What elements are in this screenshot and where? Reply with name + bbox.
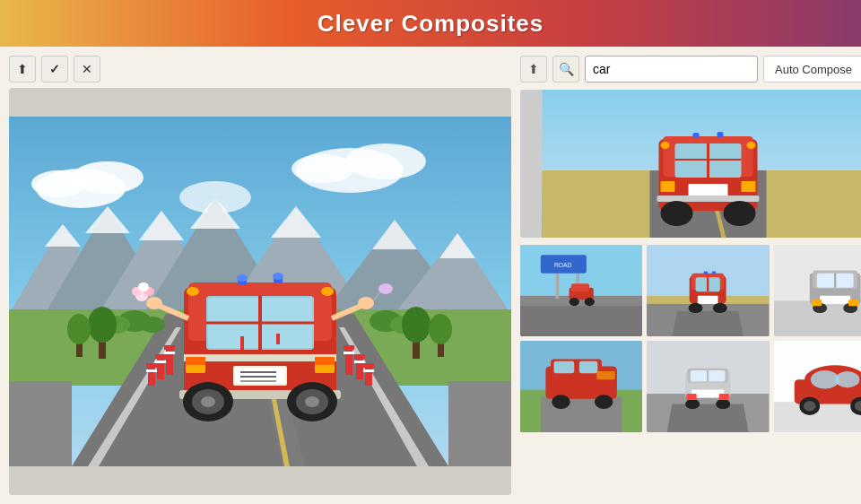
svg-point-82 xyxy=(273,273,283,280)
svg-rect-104 xyxy=(276,334,280,344)
svg-rect-46 xyxy=(344,352,354,354)
left-toolbar: ⬆ ✓ ✕ xyxy=(9,56,511,83)
large-preview[interactable] xyxy=(520,90,861,238)
svg-rect-165 xyxy=(553,361,574,374)
preview-large-svg xyxy=(520,90,861,238)
svg-point-96 xyxy=(88,307,117,343)
svg-rect-34 xyxy=(155,361,166,363)
svg-point-94 xyxy=(378,283,393,294)
thumbnail-grid: ROAD xyxy=(520,245,861,432)
svg-rect-148 xyxy=(712,272,717,274)
thumbnail-item[interactable] xyxy=(520,341,642,432)
svg-rect-158 xyxy=(812,300,822,306)
search-input[interactable] xyxy=(585,56,758,83)
svg-rect-169 xyxy=(596,371,614,379)
canvas-area[interactable] xyxy=(9,88,511,495)
svg-point-186 xyxy=(811,370,839,388)
svg-point-78 xyxy=(305,396,319,407)
svg-point-135 xyxy=(585,298,595,306)
svg-rect-144 xyxy=(698,296,718,304)
svg-point-52 xyxy=(140,317,165,333)
upload-button[interactable]: ⬆ xyxy=(9,56,36,83)
svg-rect-155 xyxy=(820,296,850,304)
svg-point-100 xyxy=(402,307,430,343)
svg-rect-37 xyxy=(164,352,175,354)
svg-point-6 xyxy=(291,154,354,183)
app-header: Clever Composites xyxy=(0,0,861,47)
svg-rect-40 xyxy=(146,369,157,372)
svg-point-83 xyxy=(187,287,199,296)
svg-rect-48 xyxy=(363,363,374,368)
svg-point-167 xyxy=(552,395,570,409)
svg-point-118 xyxy=(724,201,756,226)
svg-point-187 xyxy=(835,371,859,387)
svg-rect-69 xyxy=(186,357,205,365)
svg-rect-103 xyxy=(240,336,244,350)
svg-rect-159 xyxy=(848,300,858,306)
upload-icon: ⬆ xyxy=(528,62,539,76)
svg-point-122 xyxy=(747,142,756,149)
svg-point-75 xyxy=(201,396,215,407)
confirm-button[interactable]: ✓ xyxy=(41,56,68,83)
svg-point-90 xyxy=(138,282,149,291)
svg-marker-172 xyxy=(667,404,749,433)
svg-rect-116 xyxy=(657,196,760,202)
svg-point-3 xyxy=(31,170,85,197)
search-button[interactable]: 🔍 xyxy=(552,56,579,83)
svg-marker-139 xyxy=(673,311,744,336)
svg-point-102 xyxy=(429,314,452,344)
svg-rect-41 xyxy=(356,357,363,379)
svg-point-179 xyxy=(717,399,731,409)
svg-rect-166 xyxy=(579,361,597,374)
svg-rect-31 xyxy=(448,381,511,466)
check-icon: ✓ xyxy=(49,62,60,76)
svg-rect-114 xyxy=(661,181,675,192)
svg-point-5 xyxy=(345,143,426,179)
thumbnail-item[interactable] xyxy=(774,245,861,336)
svg-rect-120 xyxy=(718,132,724,137)
right-toolbar: ⬆ 🔍 Auto Compose + xyxy=(520,56,861,83)
svg-point-168 xyxy=(595,395,613,409)
svg-rect-124 xyxy=(767,170,862,238)
right-upload-button[interactable]: ⬆ xyxy=(520,56,547,83)
svg-rect-115 xyxy=(742,181,756,192)
svg-rect-32 xyxy=(157,357,164,379)
left-panel: ⬆ ✓ ✕ xyxy=(9,56,511,495)
svg-rect-71 xyxy=(315,357,335,365)
thumbnail-item[interactable]: ROAD xyxy=(520,245,642,336)
svg-point-84 xyxy=(321,287,334,296)
thumbnail-item[interactable] xyxy=(774,341,861,432)
thumbnail-item[interactable] xyxy=(647,245,769,336)
svg-rect-49 xyxy=(363,369,374,372)
svg-rect-43 xyxy=(354,361,365,363)
thumbnail-item[interactable] xyxy=(647,341,769,432)
svg-rect-39 xyxy=(146,363,157,368)
svg-point-145 xyxy=(689,303,703,313)
svg-text:ROAD: ROAD xyxy=(554,262,572,268)
canvas-svg xyxy=(9,88,511,495)
svg-point-86 xyxy=(146,297,162,309)
svg-point-134 xyxy=(570,298,579,306)
svg-point-121 xyxy=(661,142,670,149)
svg-rect-181 xyxy=(719,394,729,400)
svg-rect-45 xyxy=(344,345,354,350)
svg-rect-62 xyxy=(184,354,336,361)
svg-point-92 xyxy=(358,297,374,309)
svg-point-178 xyxy=(686,399,700,409)
right-panel: ⬆ 🔍 Auto Compose + xyxy=(520,56,861,495)
svg-rect-47 xyxy=(365,366,372,386)
svg-rect-36 xyxy=(164,345,175,350)
svg-rect-113 xyxy=(689,184,728,197)
close-icon: ✕ xyxy=(82,62,92,76)
upload-icon: ⬆ xyxy=(17,62,28,76)
cancel-button[interactable]: ✕ xyxy=(74,56,100,83)
app-title: Clever Composites xyxy=(317,10,544,38)
svg-rect-119 xyxy=(693,133,700,138)
svg-point-146 xyxy=(713,303,727,313)
svg-rect-30 xyxy=(9,381,72,466)
svg-rect-42 xyxy=(354,354,365,359)
svg-rect-180 xyxy=(687,394,697,400)
search-icon: 🔍 xyxy=(559,62,574,76)
auto-compose-button[interactable]: Auto Compose xyxy=(763,56,861,83)
svg-point-80 xyxy=(237,274,248,282)
